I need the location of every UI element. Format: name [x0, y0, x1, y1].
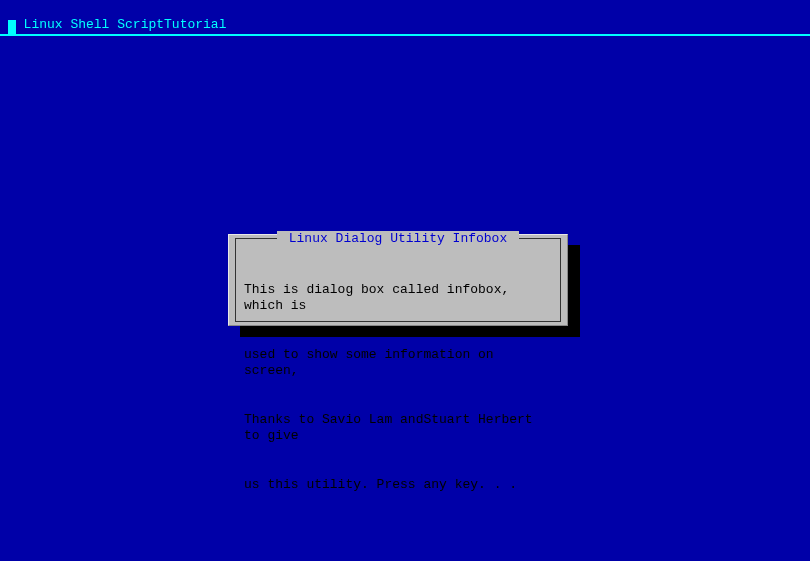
dialog-text-line: Thanks to Savio Lam andStuart Herbert to…: [244, 412, 552, 445]
dialog-content: This is dialog box called infobox, which…: [244, 243, 552, 525]
cursor-area: [8, 19, 16, 34]
dialog-text-line: us this utility. Press any key. . .: [244, 477, 552, 493]
cursor-icon: [8, 20, 16, 34]
infobox-dialog[interactable]: Linux Dialog Utility Infobox This is dia…: [228, 234, 568, 326]
dialog-text-line: This is dialog box called infobox, which…: [244, 282, 552, 315]
divider: [0, 34, 810, 36]
dialog-frame: Linux Dialog Utility Infobox This is dia…: [235, 238, 561, 322]
dialog-title: Linux Dialog Utility Infobox: [277, 231, 519, 246]
header-title: Linux Shell ScriptTutorial: [24, 17, 227, 32]
dialog-text-line: used to show some information on screen,: [244, 347, 552, 380]
header-bar: Linux Shell ScriptTutorial: [0, 0, 810, 34]
dialog-title-wrapper: Linux Dialog Utility Infobox: [236, 231, 560, 246]
